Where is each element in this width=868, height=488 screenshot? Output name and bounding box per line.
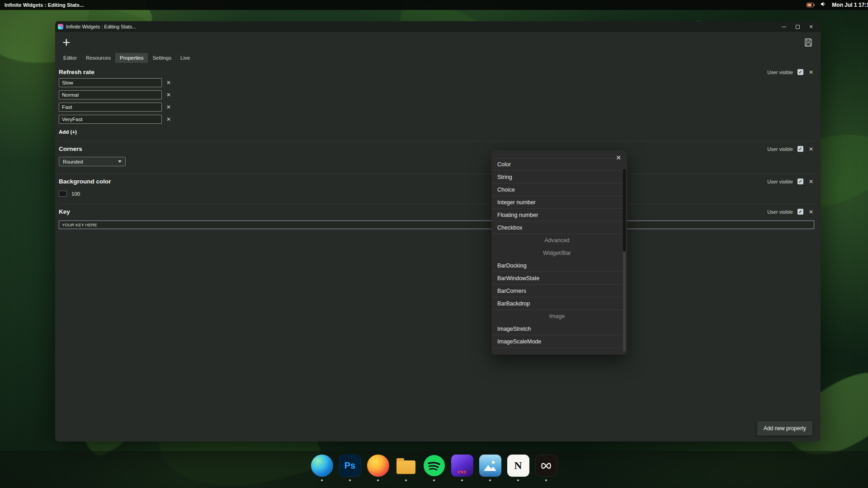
popup-item[interactable]: BarDocking [491,259,623,272]
maximize-button[interactable] [791,21,804,32]
remove-option-icon[interactable] [165,92,172,98]
running-indicator [489,479,491,481]
toolbar [55,32,821,53]
user-visible-label: User visible [767,146,793,152]
popup-close-icon[interactable] [613,153,623,163]
dock-app-files[interactable] [395,455,417,488]
topbar-status-cluster: Mon Jul 1 17:1 [807,1,868,9]
popup-item[interactable]: BarCorners [491,285,623,297]
premiere-label: PRE [451,470,473,474]
option-row [59,90,814,99]
remove-option-icon[interactable] [165,116,172,122]
minimize-button[interactable] [777,21,791,32]
key-input[interactable] [59,221,814,229]
desktop: Infinite Widgets : Editing Stats... Mon … [0,0,868,488]
option-row [59,115,814,124]
window-title: Infinite Widgets : Editing Stats... [66,24,136,29]
dropdown-value: Rounded [63,159,83,164]
tab-properties[interactable]: Properties [115,53,148,63]
user-visible-checkbox[interactable] [797,178,803,184]
section-title: Refresh rate [59,69,94,75]
tab-resources[interactable]: Resources [81,53,115,63]
add-option-button[interactable]: Add (+) [59,129,77,135]
firefox-icon [367,455,389,477]
spotify-icon [423,455,445,477]
user-visible-checkbox[interactable] [797,69,803,75]
user-visible-checkbox[interactable] [797,146,803,152]
popup-item[interactable]: Integer number [491,196,623,209]
tab-live[interactable]: Live [176,53,194,63]
dock-app-firefox[interactable] [367,455,389,488]
remove-section-icon[interactable] [808,69,814,75]
remove-option-icon[interactable] [165,104,172,110]
opacity-value: 100 [71,191,80,197]
tab-editor[interactable]: Editor [59,53,81,63]
premiere-icon: PRE [451,455,473,477]
remove-option-icon[interactable] [165,80,172,86]
folder-icon [395,455,417,477]
section-title: Background color [59,178,111,185]
section-corners: Corners User visible Rounded [59,141,814,166]
dock-app-edge[interactable] [311,455,333,488]
popup-item[interactable]: ImageScaleMode [491,335,623,348]
option-input[interactable] [59,115,162,124]
color-swatch[interactable] [59,191,67,197]
corners-dropdown[interactable]: Rounded [59,157,126,166]
popup-item[interactable]: Floating number [491,209,623,221]
app-logo-icon [58,24,63,29]
scrollbar-thumb[interactable] [623,169,626,252]
popup-item[interactable]: BarBackdrop [491,297,623,310]
chevron-down-icon [118,160,122,163]
section-title: Corners [59,145,82,152]
popup-section-header: Image [491,310,623,323]
photoshop-icon: Ps [339,455,361,477]
user-visible-label: User visible [767,209,793,215]
option-input[interactable] [59,90,162,99]
close-window-button[interactable] [804,21,818,32]
dock-app-photoshop[interactable]: Ps [339,455,361,488]
image-viewer-icon [479,455,501,477]
running-indicator [377,479,379,481]
clock[interactable]: Mon Jul 1 17:1 [832,2,868,8]
running-indicator [349,479,351,481]
dock-app-notion[interactable]: N [507,455,529,488]
option-row [59,78,814,87]
dock-app-screenshot-viewer[interactable] [479,455,501,488]
user-visible-label: User visible [767,179,793,184]
tab-settings[interactable]: Settings [148,53,176,63]
popup-item[interactable]: Color [491,158,623,171]
edge-icon [311,455,333,477]
notion-label: N [514,460,522,472]
popup-item[interactable]: String [491,171,623,183]
dock-apps: Ps PRE [311,451,557,488]
popup-scrollbar[interactable] [623,168,626,352]
toolbar-plus-button[interactable] [62,36,71,49]
popup-item[interactable]: Choice [491,183,623,196]
dock-app-spotify[interactable] [423,455,445,488]
properties-content: Refresh rate User visible [55,63,821,229]
dock: Ps PRE [0,451,868,488]
remove-section-icon[interactable] [808,146,814,152]
user-visible-checkbox[interactable] [797,209,803,215]
tab-bar: Editor Resources Properties Settings Liv… [55,53,821,63]
remove-section-icon[interactable] [808,209,814,215]
window-titlebar[interactable]: Infinite Widgets : Editing Stats... [55,21,821,32]
window-controls [777,21,818,32]
popup-item[interactable]: ImageStretch [491,323,623,335]
section-refresh-rate: Refresh rate User visible [59,65,814,140]
popup-item[interactable]: BarWindowState [491,272,623,285]
dock-app-infinite-widgets[interactable] [535,455,557,488]
section-key: Key User visible [59,204,814,229]
add-new-property-button[interactable]: Add new property [757,421,812,436]
remove-section-icon[interactable] [808,178,814,185]
option-input[interactable] [59,103,162,112]
volume-icon [820,1,826,9]
save-icon[interactable] [803,38,813,47]
topbar-window-title: Infinite Widgets : Editing Stats... [0,2,84,8]
dock-app-premiere[interactable]: PRE [451,455,473,488]
popup-item[interactable]: Checkbox [491,221,623,234]
photoshop-label: Ps [344,460,355,471]
running-indicator [321,479,323,481]
option-input[interactable] [59,78,162,87]
option-row [59,103,814,112]
